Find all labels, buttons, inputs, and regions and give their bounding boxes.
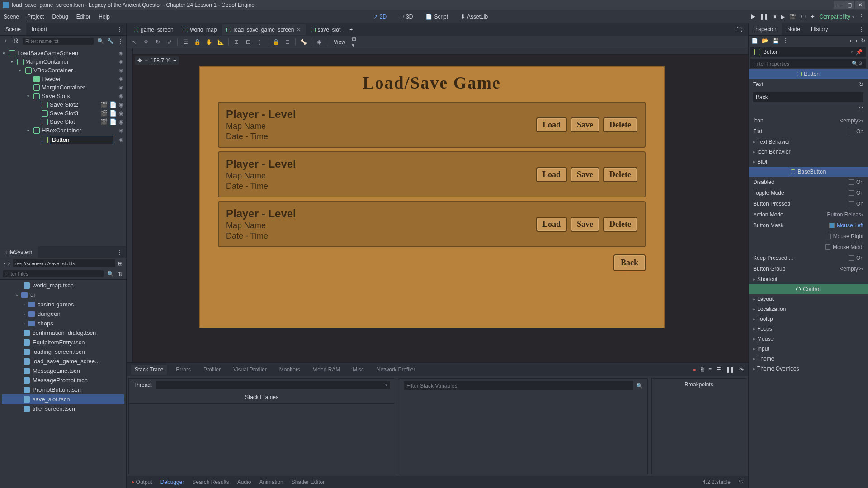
save-button[interactable]: Save	[571, 117, 599, 132]
group-localization[interactable]: ▸Localization	[749, 304, 868, 314]
history-icon[interactable]: ↻	[861, 38, 865, 44]
forward-icon[interactable]: ›	[855, 38, 857, 44]
doc-tab[interactable]: save_slot	[307, 24, 345, 35]
zoom-in-icon[interactable]: +	[173, 57, 176, 64]
scale-icon[interactable]: ⤢	[165, 38, 174, 46]
fs-item[interactable]: save_slot.tscn	[2, 394, 124, 404]
tab-misc[interactable]: Misc	[349, 365, 368, 375]
grid-icon[interactable]: ⊡	[244, 38, 252, 46]
scene-filter[interactable]: Filter: name, t:t	[23, 38, 94, 45]
load-button[interactable]: Load	[536, 117, 567, 132]
menu-scene[interactable]: Scene	[4, 14, 19, 20]
tab-scene[interactable]: Scene	[0, 23, 26, 35]
group-focus[interactable]: ▸Focus	[749, 324, 868, 334]
tab-profiler[interactable]: Profiler	[200, 365, 224, 375]
fs-item[interactable]: load_save_game_scree...	[2, 357, 124, 366]
visibility-icon[interactable]: ◉	[119, 76, 123, 82]
record-icon[interactable]: ●	[693, 366, 696, 373]
toggle-checkbox[interactable]	[849, 190, 854, 196]
collapse-icon[interactable]: ≡	[708, 366, 712, 373]
step-icon[interactable]: ↷	[739, 366, 744, 373]
tree-node[interactable]: Header◉	[1, 75, 125, 83]
save-icon[interactable]: 💾	[772, 38, 779, 44]
minimize-button[interactable]: —	[834, 1, 844, 9]
tree-node[interactable]: MarginContainer◉	[1, 83, 125, 92]
menu-dots-icon[interactable]: ⋮	[859, 14, 864, 20]
pause-icon[interactable]: ❚❚	[760, 14, 769, 20]
group-theme[interactable]: ▸Theme	[749, 354, 868, 364]
tab-node[interactable]: Node	[782, 23, 806, 35]
menu-debug[interactable]: Debug	[52, 14, 68, 20]
menu-help[interactable]: Help	[99, 14, 110, 20]
disabled-checkbox[interactable]	[849, 179, 854, 185]
render-icon[interactable]: ✦	[810, 14, 815, 20]
panel-menu-icon[interactable]: ⋮	[113, 246, 126, 258]
text-value-input[interactable]: Back	[753, 92, 863, 102]
compatibility-dropdown[interactable]: Compatibility ▾	[819, 14, 854, 20]
group-shortcut[interactable]: ▸Shortcut	[749, 274, 868, 284]
link-icon[interactable]: ⛓	[13, 38, 19, 44]
fs-item[interactable]: MessageLine.tscn	[2, 366, 124, 375]
tab-import[interactable]: Import	[26, 23, 52, 35]
lock-icon[interactable]: 🔒	[193, 38, 201, 46]
delete-button[interactable]: Delete	[603, 217, 637, 232]
pin-icon[interactable]: 📌	[856, 49, 863, 55]
fs-item[interactable]: MessagePrompt.tscn	[2, 375, 124, 385]
add-node-icon[interactable]: +	[3, 38, 9, 44]
mode-assetlib[interactable]: ⬇ AssetLib	[457, 12, 491, 22]
tab-video-ram[interactable]: Video RAM	[309, 365, 344, 375]
delete-button[interactable]: Delete	[603, 117, 637, 132]
status-search[interactable]: Search Results	[192, 479, 229, 485]
visibility-icon[interactable]: ◉	[119, 67, 123, 73]
fs-grid-icon[interactable]: ⊞	[118, 260, 123, 267]
copy-icon[interactable]: ⎘	[701, 366, 704, 373]
save-button[interactable]: Save	[571, 217, 599, 232]
fs-item[interactable]: ▸shops	[2, 319, 124, 328]
sort-icon[interactable]: ⇅	[117, 271, 123, 277]
load-button[interactable]: Load	[536, 217, 567, 232]
search-icon[interactable]: 🔍	[107, 271, 113, 277]
tree-node[interactable]: Save Slot2🎬📄◉	[1, 100, 125, 109]
group-text-behavior[interactable]: ▸Text Behavior	[749, 137, 868, 147]
revert-icon[interactable]: ↻	[859, 81, 863, 88]
list-icon[interactable]: ☰	[181, 38, 189, 46]
zoom-out-icon[interactable]: −	[145, 57, 148, 64]
visibility-icon[interactable]: ◉	[119, 137, 123, 143]
ruler-icon[interactable]: 📐	[217, 38, 225, 46]
section-control[interactable]: Control	[749, 284, 868, 294]
doc-tab[interactable]: game_screen	[129, 24, 178, 35]
status-shader[interactable]: Shader Editor	[292, 479, 325, 485]
status-audio[interactable]: Audio	[237, 479, 251, 485]
snap-icon[interactable]: ⊞	[232, 38, 241, 46]
close-button[interactable]: ✕	[855, 1, 865, 9]
play-icon[interactable]	[751, 14, 755, 19]
group-input[interactable]: ▸Input	[749, 344, 868, 354]
tree-node[interactable]: ▾Save Slots◉	[1, 92, 125, 100]
more-icon[interactable]: ⋮	[256, 38, 264, 46]
movie-icon[interactable]: 🎬	[789, 14, 796, 20]
fs-item[interactable]: EquipItemEntry.tscn	[2, 338, 124, 347]
fs-filter[interactable]: Filter Files	[3, 270, 104, 277]
status-output[interactable]: ● Output	[131, 479, 152, 485]
back-button[interactable]: Back	[613, 254, 646, 271]
tab-monitors[interactable]: Monitors	[276, 365, 304, 375]
scene-icon[interactable]: 🎬	[100, 101, 108, 108]
delete-button[interactable]: Delete	[603, 167, 637, 182]
lock2-icon[interactable]: 🔒	[272, 38, 280, 46]
fs-path[interactable]: res://scenes/ui/save_slot.ts	[13, 259, 115, 267]
section-basebutton[interactable]: BaseButton	[749, 167, 868, 177]
tab-errors[interactable]: Errors	[172, 365, 194, 375]
visibility-icon[interactable]: ◉	[119, 50, 123, 56]
view-button[interactable]: View	[331, 39, 348, 45]
save-button[interactable]: Save	[571, 167, 599, 182]
mode-2d[interactable]: ↗ 2D	[370, 12, 390, 22]
new-icon[interactable]: 📄	[751, 38, 758, 44]
keep-pressed-checkbox[interactable]	[849, 255, 854, 261]
visibility-icon[interactable]: ◉	[119, 84, 123, 90]
tree-node-editing[interactable]: ◉	[1, 135, 125, 145]
tree-node[interactable]: Save Slot3🎬📄◉	[1, 109, 125, 117]
mouse-middle-checkbox[interactable]	[825, 244, 830, 250]
search-icon[interactable]: 🔍	[852, 61, 858, 66]
close-icon[interactable]: ✕	[297, 27, 301, 33]
load-button[interactable]: Load	[536, 167, 567, 182]
